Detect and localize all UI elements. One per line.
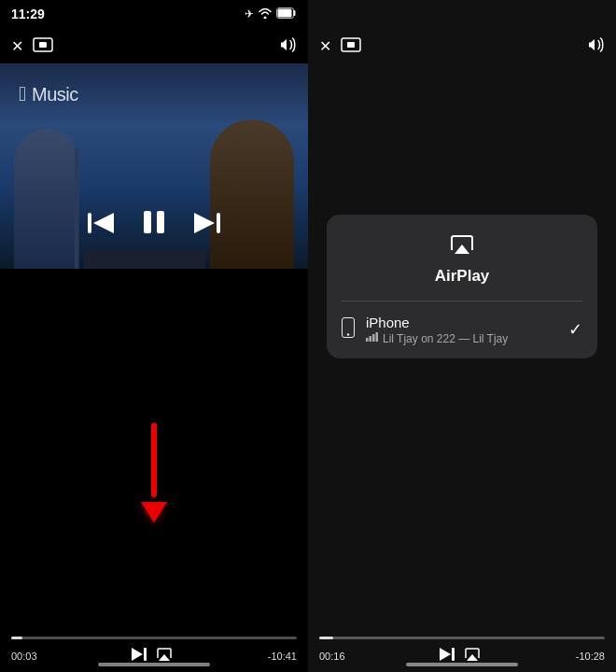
progress-fill <box>11 637 22 639</box>
close-button[interactable]: ✕ <box>11 37 23 55</box>
home-indicator-left <box>98 663 210 666</box>
screen-icon-right[interactable] <box>341 37 361 55</box>
left-panel: 11:29 ✈ ✕ <box>0 0 308 672</box>
svg-rect-18 <box>366 338 369 342</box>
progress-fill-right <box>319 637 333 639</box>
video-content:  Music <box>0 63 308 269</box>
svg-rect-14 <box>347 42 355 48</box>
svg-marker-24 <box>467 654 478 661</box>
next-track-icon-right[interactable] <box>440 648 455 665</box>
svg-rect-21 <box>376 332 379 342</box>
next-track-icon[interactable] <box>132 648 147 665</box>
svg-rect-6 <box>144 211 151 233</box>
airplay-header: AirPlay <box>342 233 582 286</box>
battery-icon <box>276 7 297 21</box>
svg-rect-22 <box>452 648 455 661</box>
wifi-icon <box>259 7 272 21</box>
svg-rect-8 <box>217 213 220 233</box>
close-button-right[interactable]: ✕ <box>319 37 331 55</box>
video-controls-bar: ✕ <box>0 28 308 63</box>
person-right-silhouette <box>210 119 294 269</box>
time-display: 11:29 <box>11 7 45 21</box>
screen-icon[interactable] <box>33 37 53 55</box>
svg-marker-9 <box>194 213 215 233</box>
progress-bar[interactable] <box>11 637 297 639</box>
svg-marker-12 <box>159 654 170 661</box>
volume-icon[interactable] <box>278 37 297 55</box>
airplay-title: AirPlay <box>435 267 490 286</box>
progress-bar-right[interactable] <box>319 637 605 639</box>
red-arrow-indicator <box>141 423 167 523</box>
svg-rect-1 <box>278 8 292 17</box>
home-indicator-right <box>406 663 518 666</box>
start-time-right: 00:16 <box>319 651 345 662</box>
svg-marker-15 <box>455 245 469 254</box>
svg-rect-7 <box>157 211 164 233</box>
controls-bar-right: ✕ <box>308 28 616 63</box>
prev-button[interactable] <box>88 213 114 239</box>
volume-icon-right[interactable] <box>586 37 605 55</box>
mic-stand <box>75 147 78 269</box>
svg-marker-23 <box>440 648 451 661</box>
svg-rect-3 <box>39 42 47 48</box>
airplay-icon <box>449 233 475 261</box>
video-black-bottom <box>0 269 308 616</box>
right-panel: ✕ AirPlay <box>308 0 616 672</box>
svg-rect-4 <box>88 213 91 233</box>
svg-rect-20 <box>372 334 375 342</box>
playback-controls <box>0 210 308 241</box>
device-info: iPhone Lil Tjay on 222 — Lil Tjay <box>366 315 568 345</box>
start-time: 00:03 <box>11 651 37 662</box>
pause-button[interactable] <box>142 210 166 241</box>
svg-marker-11 <box>132 648 143 661</box>
status-icons: ✈ <box>245 7 297 21</box>
svg-rect-19 <box>370 336 372 342</box>
svg-rect-10 <box>144 648 147 661</box>
check-icon: ✓ <box>568 319 582 340</box>
end-time-right: -10:28 <box>576 651 605 662</box>
next-button[interactable] <box>194 213 220 239</box>
status-bar-right <box>308 0 616 28</box>
end-time: -10:41 <box>268 651 297 662</box>
table <box>84 250 205 269</box>
airplay-device-row[interactable]: iPhone Lil Tjay on 222 — Lil Tjay ✓ <box>342 301 582 358</box>
device-name: iPhone <box>366 315 568 330</box>
iphone-device-icon <box>342 317 355 343</box>
airplane-icon: ✈ <box>245 7 254 21</box>
device-subtitle: Lil Tjay on 222 — Lil Tjay <box>383 332 508 345</box>
svg-marker-5 <box>93 213 114 233</box>
person-left-silhouette <box>14 129 79 269</box>
airplay-popup: AirPlay iPhone <box>327 215 597 358</box>
svg-point-17 <box>347 333 349 335</box>
status-bar-left: 11:29 ✈ <box>0 0 308 28</box>
signal-bars <box>366 332 379 343</box>
